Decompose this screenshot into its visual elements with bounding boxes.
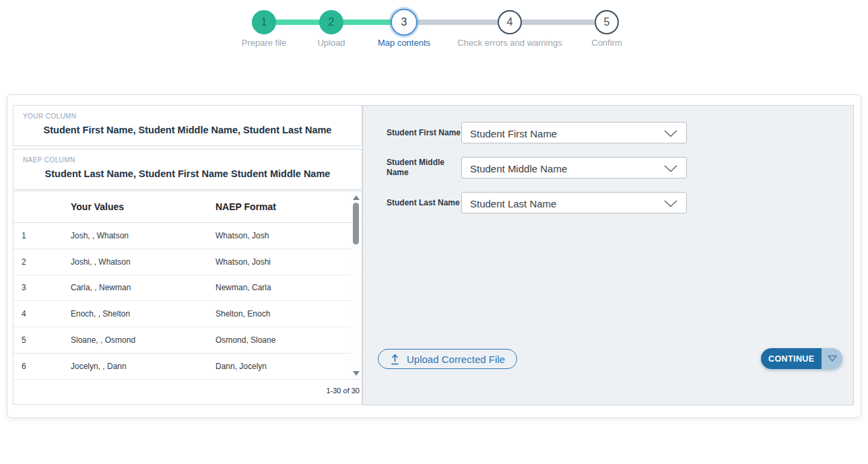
- field-student-middle-name: Student Middle Name Student Middle Name: [363, 157, 687, 178]
- step-number: 4: [507, 16, 513, 28]
- naep-format-header: NAEP Format: [215, 201, 362, 212]
- your-column-label: YOUR COLUMN: [13, 112, 362, 120]
- row-index: 3: [13, 283, 69, 292]
- table-scrollbar[interactable]: [351, 193, 361, 378]
- upload-icon: [390, 354, 400, 365]
- step-circle-map-contents[interactable]: 3: [391, 9, 418, 36]
- naep-column-label: NAEP COLUMN: [13, 156, 362, 164]
- naep-format-cell: Whatson, Joshi: [215, 257, 362, 267]
- continue-split-button: CONTINUE: [761, 348, 842, 369]
- table-row: 3 Carla, , Newman Newman, Carla: [13, 275, 362, 302]
- field-student-last-name: Student Last Name Student Last Name: [363, 192, 687, 213]
- table-row: 4 Enoch, , Shelton Shelton, Enoch: [13, 301, 362, 327]
- your-values-header: Your Values: [69, 201, 215, 212]
- triangle-down-icon: [827, 355, 838, 362]
- student-last-name-select[interactable]: Student Last Name: [461, 192, 687, 213]
- step-number: 5: [604, 16, 610, 28]
- chevron-down-icon: [664, 165, 677, 172]
- student-middle-name-select[interactable]: Student Middle Name: [461, 157, 687, 178]
- step-circle-prepare-file[interactable]: 1: [252, 10, 276, 34]
- your-value-cell: Josh, , Whatson: [69, 231, 215, 240]
- upload-corrected-file-button[interactable]: Upload Corrected File: [378, 349, 517, 369]
- table-row: 1 Josh, , Whatson Whatson, Josh: [13, 223, 362, 249]
- chevron-down-icon: [664, 130, 677, 137]
- table-header-row: Your Values NAEP Format: [13, 191, 362, 223]
- scrollbar-thumb[interactable]: [353, 203, 359, 244]
- continue-button[interactable]: CONTINUE: [761, 348, 822, 369]
- selected-value: Student Middle Name: [470, 163, 567, 174]
- your-column-value: Student First Name, Student Middle Name,…: [13, 125, 362, 135]
- wizard-stepper: 1 2 3 4 5 Prepare file Upload Map conten…: [0, 0, 868, 74]
- values-table: Your Values NAEP Format 1 Josh, , Whatso…: [13, 191, 362, 405]
- field-label: Student Last Name: [387, 198, 461, 208]
- naep-column-value: Student Last Name, Student First Name St…: [13, 168, 362, 179]
- your-column-box: YOUR COLUMN Student First Name, Student …: [13, 105, 362, 146]
- step-label-confirm: Confirm: [591, 38, 622, 48]
- naep-format-cell: Dann, Jocelyn: [215, 362, 362, 371]
- your-value-cell: Sloane, , Osmond: [69, 335, 215, 345]
- your-value-cell: Jocelyn, , Dann: [69, 362, 215, 371]
- your-value-cell: Enoch, , Shelton: [69, 309, 215, 319]
- row-index: 1: [13, 231, 69, 240]
- map-contents-card: YOUR COLUMN Student First Name, Student …: [7, 94, 861, 418]
- mapping-form-panel: Student First Name Student First Name St…: [362, 105, 854, 405]
- stepper-connector: [403, 20, 510, 25]
- your-value-cell: Joshi, , Whatson: [69, 257, 215, 267]
- step-label-map-contents: Map contents: [378, 38, 430, 48]
- step-number: 2: [329, 16, 335, 28]
- your-value-cell: Carla, , Newman: [69, 283, 215, 292]
- naep-format-cell: Osmond, Sloane: [215, 335, 362, 345]
- naep-format-cell: Newman, Carla: [215, 283, 362, 292]
- upload-button-label: Upload Corrected File: [407, 354, 505, 365]
- continue-menu-toggle[interactable]: [822, 348, 842, 369]
- scrollbar-down-icon[interactable]: [353, 371, 360, 376]
- stepper-connector: [510, 20, 607, 25]
- table-row: 2 Joshi, , Whatson Whatson, Joshi: [13, 249, 362, 275]
- row-index: 5: [13, 335, 69, 345]
- naep-column-box: NAEP COLUMN Student Last Name, Student F…: [13, 149, 362, 190]
- table-row: 6 Jocelyn, , Dann Dann, Jocelyn: [13, 354, 362, 380]
- student-first-name-select[interactable]: Student First Name: [461, 122, 687, 143]
- naep-format-cell: Shelton, Enoch: [215, 309, 362, 319]
- step-number: 1: [261, 16, 267, 28]
- step-label-check-errors: Check errors and warnings: [457, 38, 562, 48]
- field-student-first-name: Student First Name Student First Name: [363, 122, 687, 143]
- selected-value: Student First Name: [470, 128, 557, 139]
- row-index: 4: [13, 309, 69, 319]
- step-circle-check-errors[interactable]: 4: [498, 10, 522, 34]
- field-label: Student First Name: [387, 128, 461, 138]
- scrollbar-up-icon[interactable]: [353, 195, 360, 200]
- selected-value: Student Last Name: [470, 198, 556, 209]
- column-preview-panel: YOUR COLUMN Student First Name, Student …: [13, 105, 362, 405]
- step-label-prepare-file: Prepare file: [242, 38, 286, 48]
- chevron-down-icon: [664, 200, 677, 207]
- step-label-upload: Upload: [317, 38, 345, 48]
- naep-format-cell: Whatson, Josh: [215, 231, 362, 240]
- step-number: 3: [401, 16, 407, 28]
- step-circle-confirm[interactable]: 5: [595, 10, 619, 34]
- field-label: Student Middle Name: [387, 158, 461, 178]
- row-index: 6: [13, 362, 69, 371]
- row-index: 2: [13, 257, 69, 267]
- pagination-status: 1-30 of 30: [13, 378, 362, 404]
- table-row: 5 Sloane, , Osmond Osmond, Sloane: [13, 327, 362, 354]
- step-circle-upload[interactable]: 2: [319, 10, 343, 34]
